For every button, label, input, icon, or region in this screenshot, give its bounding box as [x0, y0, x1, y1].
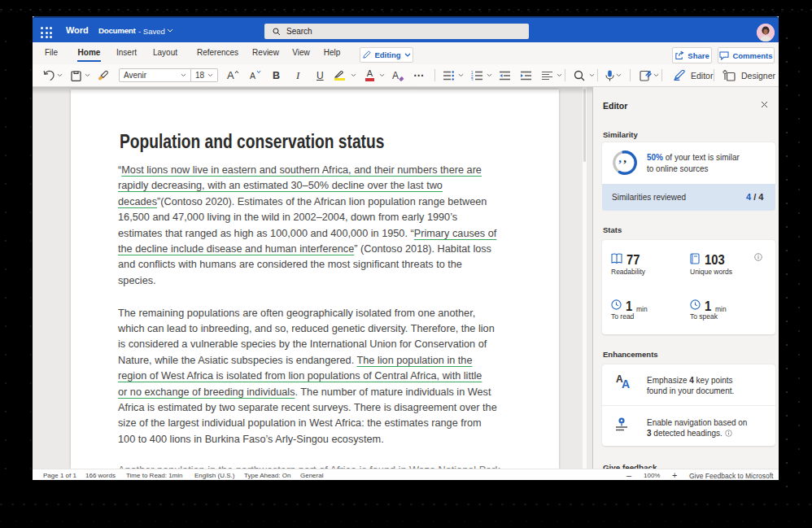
svg-text:3: 3 — [471, 77, 474, 81]
